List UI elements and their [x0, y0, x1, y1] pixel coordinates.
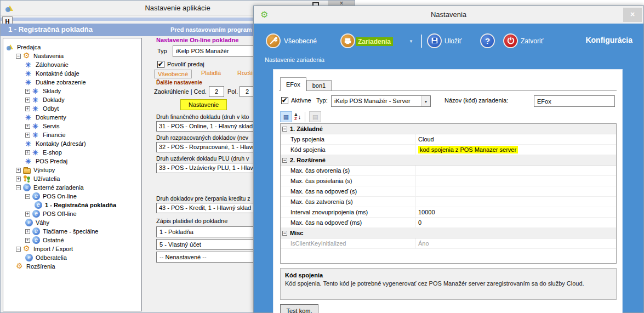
toolbar-zariadenia[interactable]: Zariadenia [356, 37, 393, 46]
tree-expand-icon[interactable]: − [16, 185, 21, 190]
tree-item[interactable]: +Financie [3, 130, 141, 139]
grid-row[interactable]: Max. čas otvorenia (s) [281, 166, 616, 176]
categorized-view-icon[interactable]: ▦ [280, 111, 292, 122]
tree-item[interactable]: Odberatelia [3, 253, 141, 262]
aktivne-checkbox[interactable] [281, 97, 288, 104]
tree-item[interactable]: Dokumenty [3, 113, 141, 122]
tree-expand-icon[interactable]: + [25, 238, 30, 243]
chevron-down-icon[interactable]: ▼ [409, 39, 413, 44]
tree-item[interactable]: −Nastavenia [3, 52, 141, 60]
tree-item[interactable]: Kontakty (Adresár) [3, 139, 141, 148]
tree-item[interactable]: +Sklady [3, 87, 141, 95]
tree-item[interactable]: +Tlačiarne - špeciálne [3, 227, 141, 236]
povolit-predaj-checkbox[interactable] [157, 61, 164, 68]
payment-select[interactable]: 5 - Vlastný účet [156, 239, 264, 250]
grid-row[interactable]: Max. čas zatvorenia (s) [281, 197, 616, 207]
tree-item[interactable]: +Odbyt [3, 104, 141, 113]
save-icon[interactable] [427, 33, 442, 48]
tree-item[interactable]: +Doklady [3, 95, 141, 104]
ced-input[interactable] [209, 86, 224, 97]
tree-item[interactable]: POS Predaj [3, 157, 141, 166]
grid-row[interactable]: Kód spojeniakod spojenia z POS Manazer s… [281, 145, 616, 155]
property-grid[interactable]: −1. ZákladnéTyp spojeniaCloudKód spojeni… [280, 123, 617, 264]
gear-blue-icon [32, 149, 40, 156]
toolbar-zatvorit[interactable]: Zatvoriť [521, 37, 543, 45]
tree-item[interactable]: Váhy [3, 218, 141, 227]
tab-bon1[interactable]: bon1 [306, 80, 332, 91]
payment-select[interactable]: -- Nenastavené -- [156, 252, 264, 263]
grid-row[interactable]: Max. čas na odpoveď (s) [281, 186, 616, 197]
payment-selects: Zápis platidiel do pokladne 1 - Pokladňa… [156, 218, 264, 264]
tree-item[interactable]: −Externé zariadenia [3, 183, 141, 192]
tree-item[interactable]: Zálohovanie [3, 60, 141, 69]
tree-expand-icon[interactable]: + [25, 124, 30, 129]
tree-item[interactable]: Kontaktné údaje [3, 69, 141, 78]
collapse-icon[interactable]: − [282, 127, 287, 132]
tree-expand-icon[interactable]: + [16, 168, 21, 173]
nazov-input[interactable] [534, 95, 615, 107]
toolbar-ulozit[interactable]: Uložiť [444, 37, 461, 45]
grid-row-value: 0 [415, 218, 616, 227]
tree-expand-icon[interactable]: + [25, 212, 30, 217]
tree-item[interactable]: +Ostatné [3, 236, 141, 244]
field-combobox[interactable]: 31 - POS - Online, 1 - Hlavný sklad [156, 121, 260, 132]
grid-category[interactable]: −Misc [281, 228, 616, 238]
tree-expand-icon[interactable]: + [25, 89, 30, 94]
grid-row[interactable]: Typ spojeniaCloud [281, 134, 616, 145]
tree-item[interactable]: Duálne zobrazenie [3, 78, 141, 87]
tab-efox[interactable]: EFox [280, 77, 306, 91]
device-icon [32, 192, 40, 200]
settings-tree[interactable]: Predajca−NastaveniaZálohovanieKontaktné … [3, 38, 142, 311]
grid-row[interactable]: Max. čas posielania (s) [281, 176, 616, 186]
collapse-icon[interactable]: − [282, 158, 287, 163]
tree-item[interactable]: +Výstupy [3, 166, 141, 174]
tab-všeobecné[interactable]: Všeobecné [154, 70, 192, 78]
tree-expand-icon[interactable]: + [25, 150, 30, 155]
tree-expand-icon[interactable]: − [16, 247, 21, 252]
collapse-icon[interactable]: − [282, 231, 287, 236]
toolbar-vseobecne[interactable]: Všeobecné [284, 37, 317, 45]
field-combobox[interactable]: 32 - POS - Rozpracované, 1 - Hlavn [156, 142, 260, 152]
help-icon[interactable]: ? [480, 33, 495, 48]
grid-category[interactable]: −1. Základné [281, 124, 616, 134]
devices-icon[interactable] [340, 33, 355, 48]
device-typ-combobox[interactable]: iKelp POS Manažér - Server [331, 95, 431, 107]
grid-row[interactable]: Max. čas na odpoveď (ms)0 [281, 218, 616, 228]
field-combobox[interactable]: 33 - POS - Uzávierky PLU, 1 - Hlavn [156, 163, 260, 173]
tree-item[interactable]: +POS Off-line [3, 209, 141, 218]
tree-item[interactable]: Rozšírenia [3, 262, 141, 271]
tab-rozšír[interactable]: Rozšír [237, 70, 255, 76]
front-close-button[interactable]: × [623, 8, 642, 22]
tree-expand-icon[interactable]: − [16, 54, 21, 59]
tab-platidlá[interactable]: Platidlá [201, 70, 221, 76]
tree-expand-icon[interactable]: + [25, 106, 30, 111]
pol-input[interactable] [240, 86, 255, 97]
grid-category[interactable]: −2. Rozšírené [281, 155, 616, 166]
alphabetical-sort-icon[interactable]: AZ↓ [294, 113, 301, 121]
tree-item[interactable]: −POS On-line [3, 192, 141, 201]
wrench-icon[interactable] [266, 33, 281, 48]
tree-item-label: 1 - Registračná pokladňa [45, 202, 116, 208]
grid-row[interactable]: IsClientKeyInitializedÁno [281, 238, 616, 249]
grid-row[interactable]: Interval znovupripojenia (ms)10000 [281, 207, 616, 218]
tree-item[interactable]: Predajca [3, 43, 141, 52]
front-window-title: Nastavenia [254, 10, 643, 19]
tree-item[interactable]: −Import / Export [3, 244, 141, 253]
nastavenie-button[interactable]: Nastavenie [180, 99, 227, 110]
tree-expand-icon[interactable]: + [16, 177, 21, 181]
tree-expand-icon[interactable]: + [25, 133, 30, 138]
test-kom-button[interactable]: Test kom. [280, 304, 318, 313]
tree-item[interactable]: +Servis [3, 122, 141, 130]
payment-select[interactable]: 1 - Pokladňa [156, 226, 264, 237]
tree-expand-icon[interactable]: − [25, 194, 30, 199]
tree-item[interactable]: +E-shop [3, 148, 141, 157]
field-combobox[interactable]: 43 - POS - Kredit, 1 - Hlavný sklad [156, 203, 260, 213]
front-titlebar[interactable]: ⚙ Nastavenia × [254, 6, 643, 24]
tree-item[interactable]: +Užívatelia [3, 174, 141, 183]
record-title: 1 - Registračná pokladňa [8, 25, 93, 33]
tree-expand-icon[interactable]: + [25, 229, 30, 234]
combo-arrow-icon[interactable] [421, 96, 430, 106]
power-icon[interactable] [503, 33, 518, 48]
tree-expand-icon[interactable]: + [25, 98, 30, 103]
tree-item[interactable]: 1 - Registračná pokladňa [3, 201, 141, 209]
